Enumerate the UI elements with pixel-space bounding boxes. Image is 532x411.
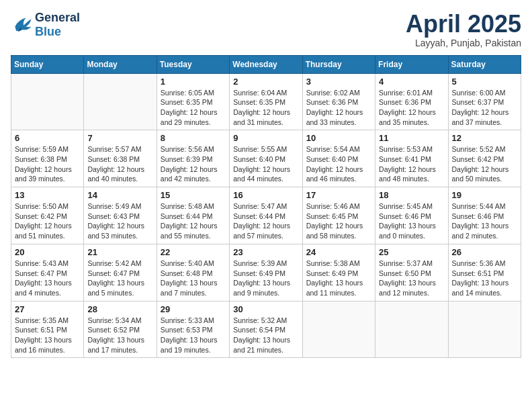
calendar-cell: 8 Sunrise: 5:56 AMSunset: 6:39 PMDayligh… [157,130,229,187]
day-detail: Sunrise: 6:04 AMSunset: 6:35 PMDaylight:… [233,88,298,128]
page-header: General Blue April 2025 Layyah, Punjab, … [11,11,521,48]
calendar-cell: 12 Sunrise: 5:52 AMSunset: 6:42 PMDaylig… [448,130,521,187]
calendar-cell: 21 Sunrise: 5:42 AMSunset: 6:47 PMDaylig… [84,244,157,301]
calendar-cell: 18 Sunrise: 5:45 AMSunset: 6:46 PMDaylig… [375,187,448,244]
calendar-cell: 29 Sunrise: 5:33 AMSunset: 6:53 PMDaylig… [157,301,229,358]
calendar-cell: 4 Sunrise: 6:01 AMSunset: 6:36 PMDayligh… [375,73,448,130]
day-number: 14 [87,190,152,200]
weekday-header-tuesday: Tuesday [157,55,229,73]
calendar-cell: 9 Sunrise: 5:55 AMSunset: 6:40 PMDayligh… [230,130,302,187]
logo: General Blue [11,11,80,39]
location: Layyah, Punjab, Pakistan [406,38,521,48]
day-detail: Sunrise: 5:38 AMSunset: 6:49 PMDaylight:… [306,259,371,298]
day-number: 4 [379,77,444,87]
day-number: 10 [306,133,371,143]
calendar-cell: 20 Sunrise: 5:43 AMSunset: 6:47 PMDaylig… [11,244,84,301]
weekday-header-saturday: Saturday [448,55,521,73]
weekday-header-sunday: Sunday [11,55,84,73]
weekday-header-wednesday: Wednesday [230,55,302,73]
calendar-cell: 10 Sunrise: 5:54 AMSunset: 6:40 PMDaylig… [302,130,375,187]
day-detail: Sunrise: 6:05 AMSunset: 6:35 PMDaylight:… [161,88,226,128]
day-number: 19 [452,190,517,200]
calendar-cell: 7 Sunrise: 5:57 AMSunset: 6:38 PMDayligh… [84,130,157,187]
day-number: 12 [452,133,517,143]
day-detail: Sunrise: 5:50 AMSunset: 6:42 PMDaylight:… [15,201,80,241]
day-detail: Sunrise: 5:47 AMSunset: 6:44 PMDaylight:… [233,201,298,241]
calendar-cell: 2 Sunrise: 6:04 AMSunset: 6:35 PMDayligh… [230,73,302,130]
calendar-cell: 14 Sunrise: 5:49 AMSunset: 6:43 PMDaylig… [84,187,157,244]
day-number: 1 [161,77,226,87]
day-number: 2 [233,77,298,87]
calendar-cell: 17 Sunrise: 5:46 AMSunset: 6:45 PMDaylig… [302,187,375,244]
calendar-cell: 25 Sunrise: 5:37 AMSunset: 6:50 PMDaylig… [375,244,448,301]
calendar-cell: 26 Sunrise: 5:36 AMSunset: 6:51 PMDaylig… [448,244,521,301]
calendar-cell: 16 Sunrise: 5:47 AMSunset: 6:44 PMDaylig… [230,187,302,244]
calendar-cell: 30 Sunrise: 5:32 AMSunset: 6:54 PMDaylig… [230,301,302,358]
day-number: 6 [15,133,80,143]
day-detail: Sunrise: 5:43 AMSunset: 6:47 PMDaylight:… [15,259,80,298]
calendar-cell: 1 Sunrise: 6:05 AMSunset: 6:35 PMDayligh… [157,73,229,130]
logo-text: General Blue [35,11,80,39]
day-detail: Sunrise: 6:00 AMSunset: 6:37 PMDaylight:… [452,88,517,128]
calendar-cell: 13 Sunrise: 5:50 AMSunset: 6:42 PMDaylig… [11,187,84,244]
day-number: 23 [233,247,298,257]
weekday-header-friday: Friday [375,55,448,73]
day-number: 27 [15,304,80,314]
day-detail: Sunrise: 5:37 AMSunset: 6:50 PMDaylight:… [379,259,444,298]
day-number: 7 [87,133,152,143]
calendar-cell: 19 Sunrise: 5:44 AMSunset: 6:46 PMDaylig… [448,187,521,244]
day-detail: Sunrise: 5:52 AMSunset: 6:42 PMDaylight:… [452,144,517,184]
calendar-cell: 5 Sunrise: 6:00 AMSunset: 6:37 PMDayligh… [448,73,521,130]
calendar-cell: 24 Sunrise: 5:38 AMSunset: 6:49 PMDaylig… [302,244,375,301]
day-detail: Sunrise: 5:49 AMSunset: 6:43 PMDaylight:… [87,201,152,241]
day-detail: Sunrise: 5:40 AMSunset: 6:48 PMDaylight:… [161,259,226,298]
day-detail: Sunrise: 5:39 AMSunset: 6:49 PMDaylight:… [233,259,298,298]
day-detail: Sunrise: 5:33 AMSunset: 6:53 PMDaylight:… [161,316,226,355]
day-detail: Sunrise: 5:54 AMSunset: 6:40 PMDaylight:… [306,144,371,184]
day-detail: Sunrise: 5:57 AMSunset: 6:38 PMDaylight:… [87,144,152,184]
calendar-cell [448,301,521,358]
calendar-table: SundayMondayTuesdayWednesdayThursdayFrid… [11,55,521,359]
day-number: 25 [379,247,444,257]
day-number: 18 [379,190,444,200]
day-detail: Sunrise: 5:45 AMSunset: 6:46 PMDaylight:… [379,201,444,241]
day-number: 22 [161,247,226,257]
day-number: 21 [87,247,152,257]
calendar-cell: 28 Sunrise: 5:34 AMSunset: 6:52 PMDaylig… [84,301,157,358]
day-detail: Sunrise: 5:35 AMSunset: 6:51 PMDaylight:… [15,316,80,355]
calendar-cell [84,73,157,130]
calendar-cell: 27 Sunrise: 5:35 AMSunset: 6:51 PMDaylig… [11,301,84,358]
day-number: 29 [161,304,226,314]
calendar-cell: 23 Sunrise: 5:39 AMSunset: 6:49 PMDaylig… [230,244,302,301]
day-number: 3 [306,77,371,87]
day-detail: Sunrise: 5:56 AMSunset: 6:39 PMDaylight:… [161,144,226,184]
day-number: 15 [161,190,226,200]
calendar-cell: 22 Sunrise: 5:40 AMSunset: 6:48 PMDaylig… [157,244,229,301]
day-number: 13 [15,190,80,200]
calendar-cell: 3 Sunrise: 6:02 AMSunset: 6:36 PMDayligh… [302,73,375,130]
day-detail: Sunrise: 5:48 AMSunset: 6:44 PMDaylight:… [161,201,226,241]
weekday-header-monday: Monday [84,55,157,73]
calendar-cell [11,73,84,130]
calendar-cell [375,301,448,358]
month-title: April 2025 [406,11,521,38]
title-block: April 2025 Layyah, Punjab, Pakistan [406,11,521,48]
day-number: 26 [452,247,517,257]
day-number: 11 [379,133,444,143]
day-number: 24 [306,247,371,257]
day-detail: Sunrise: 5:32 AMSunset: 6:54 PMDaylight:… [233,316,298,355]
day-number: 20 [15,247,80,257]
day-number: 5 [452,77,517,87]
day-detail: Sunrise: 5:36 AMSunset: 6:51 PMDaylight:… [452,259,517,298]
day-number: 17 [306,190,371,200]
logo-icon [11,15,32,34]
day-detail: Sunrise: 5:53 AMSunset: 6:41 PMDaylight:… [379,144,444,184]
day-detail: Sunrise: 6:01 AMSunset: 6:36 PMDaylight:… [379,88,444,128]
calendar-cell [302,301,375,358]
day-number: 8 [161,133,226,143]
day-detail: Sunrise: 5:59 AMSunset: 6:38 PMDaylight:… [15,144,80,184]
day-detail: Sunrise: 5:46 AMSunset: 6:45 PMDaylight:… [306,201,371,241]
day-detail: Sunrise: 5:55 AMSunset: 6:40 PMDaylight:… [233,144,298,184]
calendar-cell: 6 Sunrise: 5:59 AMSunset: 6:38 PMDayligh… [11,130,84,187]
day-detail: Sunrise: 5:34 AMSunset: 6:52 PMDaylight:… [87,316,152,355]
